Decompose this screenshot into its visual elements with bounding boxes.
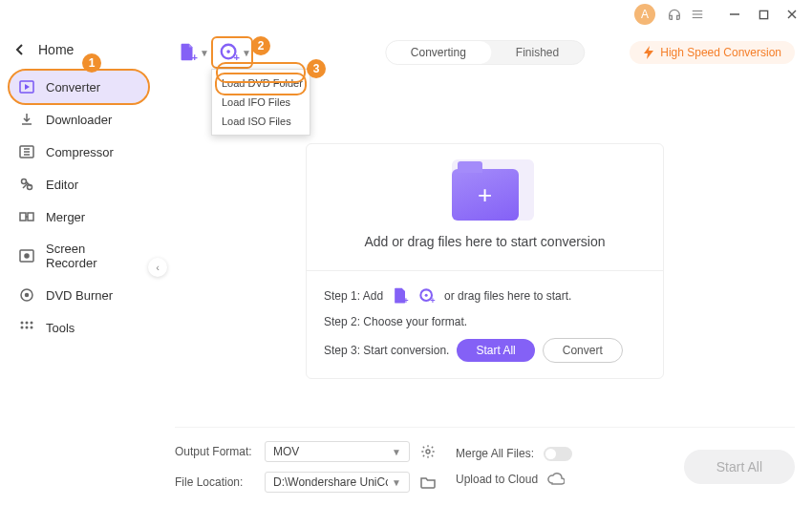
svg-point-14 <box>25 254 29 258</box>
content-area: + ▼ + ▼ Load DVD Folder Load IFO Files L… <box>158 29 812 506</box>
settings-gear-icon[interactable] <box>419 443 437 460</box>
file-location-select[interactable]: D:\Wondershare UniConverter 1 ▼ <box>265 472 410 493</box>
merger-icon <box>19 209 34 224</box>
cloud-label: Upload to Cloud <box>456 473 538 486</box>
sidebar-item-converter[interactable]: Converter <box>10 71 148 103</box>
sidebar-item-merger[interactable]: Merger <box>10 200 148 233</box>
svg-text:+: + <box>192 52 198 63</box>
merge-label: Merge All Files: <box>456 447 534 460</box>
hamburger-icon[interactable] <box>688 5 707 24</box>
step-1-post-label: or drag files here to start. <box>444 289 571 303</box>
chevron-down-icon: ▼ <box>242 48 251 58</box>
home-row[interactable]: Home <box>10 36 148 71</box>
menu-item-load-ifo-files[interactable]: Load IFO Files <box>212 93 310 112</box>
sidebar-item-label: Compressor <box>46 145 114 159</box>
start-all-button[interactable]: Start All <box>684 450 795 484</box>
collapse-sidebar-button[interactable]: ‹ <box>148 258 167 277</box>
sidebar-item-label: Downloader <box>46 113 112 127</box>
bolt-icon <box>643 46 654 59</box>
open-folder-icon[interactable] <box>419 474 437 491</box>
chevron-down-icon: ▼ <box>392 477 401 488</box>
load-dvd-button[interactable]: + ▼ Load DVD Folder Load IFO Files Load … <box>217 38 253 67</box>
drop-zone[interactable]: + Add or drag files here to start conver… <box>307 144 663 270</box>
svg-point-9 <box>22 179 27 184</box>
annotation-2: 2 <box>251 36 270 55</box>
sidebar-item-dvd-burner[interactable]: DVD Burner <box>10 279 148 311</box>
sidebar-item-label: Screen Recorder <box>46 242 139 270</box>
sidebar-item-compressor[interactable]: Compressor <box>10 136 148 168</box>
add-file-button[interactable]: + ▼ <box>175 38 211 67</box>
step-2: Step 2: Choose your format. <box>324 315 646 328</box>
output-format-select[interactable]: MOV ▼ <box>265 441 410 462</box>
tab-finished[interactable]: Finished <box>491 41 584 64</box>
steps-panel: Step 1: Add + + or drag files here to st… <box>307 270 663 378</box>
svg-rect-4 <box>759 11 767 18</box>
svg-point-21 <box>26 327 29 329</box>
svg-point-25 <box>226 50 230 53</box>
back-icon[interactable] <box>15 44 25 55</box>
sidebar: Home Converter Downloader Compressor Edi… <box>0 29 158 506</box>
high-speed-label: High Speed Conversion <box>660 46 781 59</box>
sidebar-item-downloader[interactable]: Downloader <box>10 103 148 136</box>
sidebar-item-label: Converter <box>46 80 100 95</box>
dvd-icon: + <box>219 42 240 63</box>
step-1-pre-label: Step 1: Add <box>324 289 383 303</box>
annotation-3: 3 <box>307 59 326 78</box>
dvd-mini-icon[interactable]: + <box>417 286 437 306</box>
step-1: Step 1: Add + + or drag files here to st… <box>324 286 646 306</box>
menu-item-load-iso-files[interactable]: Load ISO Files <box>212 112 310 131</box>
downloader-icon <box>19 112 34 127</box>
footer-bar: Output Format: MOV ▼ File Location: D:\W… <box>175 427 795 493</box>
add-file-mini-icon[interactable]: + <box>391 286 410 306</box>
sidebar-item-label: DVD Burner <box>46 288 113 303</box>
avatar[interactable]: A <box>634 4 655 25</box>
titlebar: A <box>0 0 812 29</box>
tab-converting[interactable]: Converting <box>386 41 491 64</box>
dvd-dropdown-menu: Load DVD Folder Load IFO Files Load ISO … <box>211 69 310 136</box>
home-label: Home <box>38 42 74 57</box>
chevron-down-icon: ▼ <box>392 447 401 457</box>
output-format-value: MOV <box>273 445 299 458</box>
add-file-icon: + <box>177 42 198 63</box>
svg-point-17 <box>21 322 24 325</box>
cloud-icon[interactable] <box>547 471 565 488</box>
converter-icon <box>19 79 34 95</box>
convert-mini-button[interactable]: Convert <box>543 338 623 363</box>
sidebar-item-label: Merger <box>46 210 85 224</box>
sidebar-item-screen-recorder[interactable]: Screen Recorder <box>10 233 148 279</box>
sidebar-item-editor[interactable]: Editor <box>10 168 148 200</box>
svg-rect-12 <box>28 213 33 221</box>
high-speed-badge[interactable]: High Speed Conversion <box>630 41 795 64</box>
compressor-icon <box>19 144 34 159</box>
svg-point-16 <box>26 294 29 297</box>
minimize-button[interactable] <box>722 2 747 27</box>
chevron-down-icon: ▼ <box>200 48 209 58</box>
svg-point-20 <box>21 327 24 329</box>
svg-text:+: + <box>403 296 408 306</box>
step-3: Step 3: Start conversion. Start All Conv… <box>324 338 646 363</box>
svg-rect-11 <box>20 213 26 221</box>
start-all-mini-button[interactable]: Start All <box>457 339 534 362</box>
close-button[interactable] <box>780 2 804 27</box>
sidebar-item-label: Tools <box>46 321 75 335</box>
file-location-label: File Location: <box>175 475 255 489</box>
svg-point-22 <box>31 327 33 329</box>
svg-text:+: + <box>430 296 435 306</box>
output-format-label: Output Format: <box>175 445 255 458</box>
annotation-1: 1 <box>82 53 101 73</box>
drop-title: Add or drag files here to start conversi… <box>364 234 605 249</box>
svg-point-31 <box>426 450 430 453</box>
svg-point-19 <box>31 322 33 325</box>
screen-recorder-icon <box>19 248 34 264</box>
folder-add-icon: + <box>452 169 519 221</box>
headset-icon[interactable] <box>665 5 684 24</box>
file-location-value: D:\Wondershare UniConverter 1 <box>273 475 388 489</box>
sidebar-item-label: Editor <box>46 178 78 192</box>
svg-point-29 <box>425 294 428 297</box>
menu-item-load-dvd-folder[interactable]: Load DVD Folder <box>212 74 310 93</box>
merge-toggle[interactable] <box>544 447 572 461</box>
drop-card: + Add or drag files here to start conver… <box>306 143 664 379</box>
sidebar-item-tools[interactable]: Tools <box>10 311 148 344</box>
tools-icon <box>19 320 34 335</box>
maximize-button[interactable] <box>751 2 776 27</box>
